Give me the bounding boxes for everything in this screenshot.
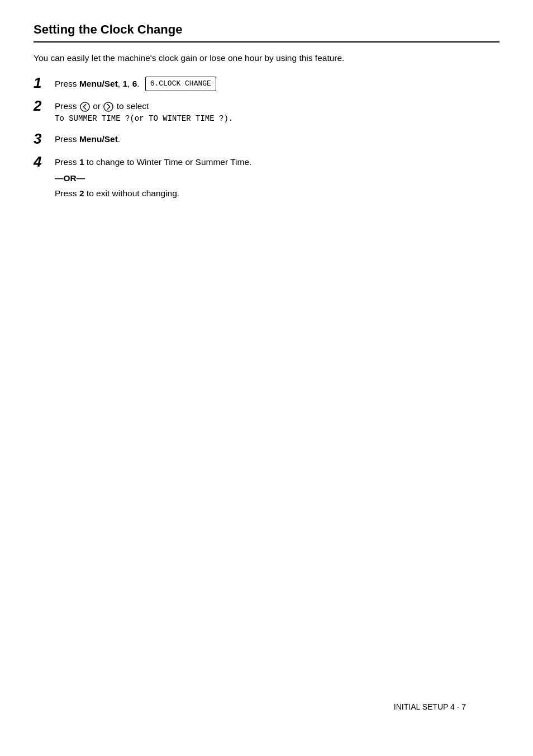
steps-list: 1 Press Menu/Set, 1, 6. 6.CLOCK CHANGE 2… (34, 74, 499, 200)
footer-text: INITIAL SETUP 4 - 7 (394, 702, 466, 711)
intro-paragraph: You can easily let the machine's clock g… (34, 51, 499, 64)
page-title: Setting the Clock Change (34, 22, 499, 37)
step-1-number: 1 (34, 74, 55, 92)
svg-point-1 (104, 102, 113, 111)
step-4-line2: Press 2 to exit without changing. (55, 187, 499, 200)
svg-point-0 (80, 102, 89, 111)
step-1-text: Press Menu/Set, 1, 6. (55, 77, 140, 90)
step-3-text: Press Menu/Set. (55, 133, 499, 145)
step-2-content: Press or to select To SUMMER TIME ?(or T… (55, 97, 499, 124)
step-2: 2 Press or to select (34, 97, 499, 124)
step-1-content: Press Menu/Set, 1, 6. 6.CLOCK CHANGE (55, 74, 499, 91)
lcd-display: 6.CLOCK CHANGE (145, 77, 216, 91)
step-4-number: 4 (34, 153, 55, 171)
left-arrow-icon (80, 102, 90, 112)
right-arrow-icon (103, 102, 113, 112)
step-3-content: Press Menu/Set. (55, 130, 499, 145)
step-3: 3 Press Menu/Set. (34, 130, 499, 148)
step-2-line1: Press or to select (55, 100, 499, 112)
step-2-line2: To SUMMER TIME ?(or TO WINTER TIME ?). (55, 113, 499, 125)
step-3-number: 3 (34, 130, 55, 148)
step-2-number: 2 (34, 97, 55, 115)
step-1: 1 Press Menu/Set, 1, 6. 6.CLOCK CHANGE (34, 74, 499, 92)
step-4-content: Press 1 to change to Winter Time or Summ… (55, 153, 499, 200)
title-divider (34, 41, 499, 42)
step-4-line1: Press 1 to change to Winter Time or Summ… (55, 155, 499, 168)
step-4: 4 Press 1 to change to Winter Time or Su… (34, 153, 499, 200)
or-divider: —OR— (55, 172, 499, 185)
